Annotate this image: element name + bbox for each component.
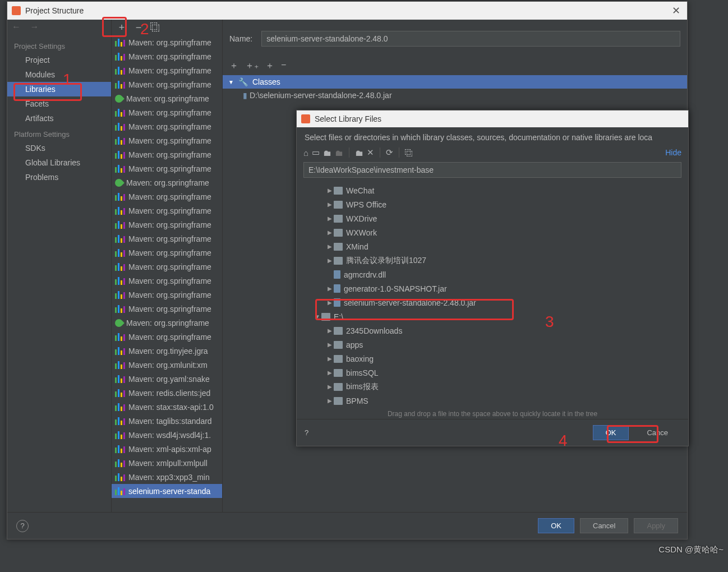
expand-icon[interactable]: ▶ [326,342,334,348]
ok-button[interactable]: OK [538,518,574,533]
library-item[interactable]: Maven: xpp3:xpp3_min [112,470,222,484]
library-item[interactable]: Maven: org.springframe [112,218,222,232]
expand-icon[interactable]: ▶ [326,356,334,362]
show-hidden-icon[interactable]: ⿻ [405,148,413,158]
library-item[interactable]: Maven: org.springframe [112,246,222,260]
tree-folder[interactable]: ▶WeChat [303,183,688,197]
tree-folder[interactable]: ▶apps [303,338,688,352]
remove-library-button[interactable]: − [133,22,144,34]
add-library-button[interactable]: + [116,22,127,34]
refresh-icon[interactable]: ⟳ [386,147,393,158]
library-item[interactable]: Maven: org.springframe [112,91,222,105]
expand-icon[interactable]: ▶ [326,370,334,376]
expand-icon[interactable]: ▶ [326,398,334,404]
back-arrow-icon[interactable]: ← [12,22,21,31]
path-input[interactable] [303,162,681,178]
library-item[interactable]: selenium-server-standa [112,484,222,498]
expand-icon[interactable]: ▶ [326,187,334,193]
module-icon[interactable]: 🖿 [335,148,343,158]
library-item[interactable]: Maven: org.springframe [112,35,222,49]
library-item[interactable]: Maven: org.springframe [112,176,222,190]
expand-icon[interactable]: ▶ [326,215,334,222]
library-item[interactable]: Maven: org.springframe [112,63,222,77]
expand-icon[interactable]: ▼ [314,313,321,320]
tree-folder[interactable]: ▶BPMS [303,394,688,407]
library-item[interactable]: Maven: xmlpull:xmlpull [112,456,222,470]
file-tree[interactable]: ▶WeChat▶WPS Office▶WXDrive▶WXWork▶XMind▶… [297,181,688,407]
tree-folder[interactable]: ▶WXDrive [303,211,688,225]
nav-item-global-libraries[interactable]: Global Libraries [7,155,111,170]
desktop-icon[interactable]: ▭ [312,147,320,158]
close-icon[interactable]: ✕ [669,4,683,17]
library-name-input[interactable] [261,31,680,47]
tree-folder[interactable]: ▶baoxing [303,352,688,366]
library-item[interactable]: Maven: org.springframe [112,204,222,218]
home-icon[interactable]: ⌂ [303,148,308,158]
expand-icon[interactable]: ▶ [326,229,334,236]
library-item[interactable]: Maven: org.springframe [112,49,222,63]
cancel-button[interactable]: Cancel [580,518,628,533]
library-item[interactable]: Maven: org.springframe [112,119,222,133]
file-ok-button[interactable]: OK [593,425,629,440]
copy-library-button[interactable]: ⿻ [150,22,161,34]
remove-entry-icon[interactable]: − [281,60,286,72]
add-docs-icon[interactable]: ＋ [265,60,274,72]
library-item[interactable]: Maven: org.xmlunit:xm [112,358,222,372]
tree-file[interactable]: ▶generator-1.0-SNAPSHOT.jar [303,282,688,296]
expand-icon[interactable]: ▶ [326,257,334,264]
add-sources-icon[interactable]: ＋₊ [245,60,259,72]
tree-folder[interactable]: ▶腾讯会议录制培训1027 [303,253,688,267]
library-item[interactable]: Maven: org.springframe [112,190,222,204]
expand-icon[interactable]: ▶ [326,299,334,306]
file-cancel-button[interactable]: Cance [634,426,680,440]
apply-button[interactable]: Apply [634,518,678,533]
nav-item-project[interactable]: Project [7,53,111,67]
classes-node[interactable]: ▼ 🔧 Classes [223,75,687,89]
library-item[interactable]: Maven: stax:stax-api:1.0 [112,400,222,414]
library-item[interactable]: Maven: org.springframe [112,162,222,176]
project-icon[interactable]: 🖿 [323,148,331,158]
forward-arrow-icon[interactable]: → [30,22,39,31]
library-item[interactable]: Maven: taglibs:standard [112,414,222,428]
tree-folder[interactable]: ▶XMind [303,239,688,253]
tree-file[interactable]: agmcrdrv.dll [303,267,688,282]
library-item[interactable]: Maven: xml-apis:xml-ap [112,442,222,456]
library-item[interactable]: Maven: org.springframe [112,316,222,330]
library-item[interactable]: Maven: org.springframe [112,232,222,246]
library-item[interactable]: Maven: org.springframe [112,77,222,91]
tree-file[interactable]: ▶selenium-server-standalone-2.48.0.jar [303,296,688,310]
nav-item-facets[interactable]: Facets [7,96,111,111]
expand-icon[interactable]: ▶ [326,327,334,334]
expand-icon[interactable]: ▶ [326,384,334,390]
library-item[interactable]: Maven: org.springframe [112,274,222,288]
library-item[interactable]: Maven: org.yaml:snake [112,372,222,386]
help-icon[interactable]: ? [305,428,308,437]
delete-icon[interactable]: ✕ [367,147,374,158]
tree-folder[interactable]: ▶WPS Office [303,197,688,211]
expand-icon[interactable]: ▶ [326,285,334,292]
tree-folder[interactable]: ▶WXWork [303,225,688,239]
nav-item-sdks[interactable]: SDKs [7,141,111,155]
add-classes-icon[interactable]: ＋ [229,60,238,72]
nav-item-modules[interactable]: Modules [7,67,111,82]
nav-item-artifacts[interactable]: Artifacts [7,111,111,126]
tree-folder[interactable]: ▶bims报表 [303,380,688,394]
library-list[interactable]: Maven: org.springframeMaven: org.springf… [112,35,222,498]
library-item[interactable]: Maven: org.springframe [112,260,222,274]
library-item[interactable]: Maven: org.springframe [112,147,222,162]
tree-folder[interactable]: ▶2345Downloads [303,324,688,338]
library-item[interactable]: Maven: org.tinyjee.jgra [112,344,222,358]
tree-folder[interactable]: ▶bimsSQL [303,366,688,380]
library-item[interactable]: Maven: redis.clients:jed [112,386,222,400]
library-item[interactable]: Maven: org.springframe [112,105,222,119]
library-item[interactable]: Maven: org.springframe [112,288,222,302]
help-icon[interactable]: ? [16,520,29,532]
library-item[interactable]: Maven: org.springframe [112,302,222,316]
library-item[interactable]: Maven: org.springframe [112,330,222,344]
library-item[interactable]: Maven: org.springframe [112,133,222,147]
class-entry[interactable]: ▮ D:\selenium-server-standalone-2.48.0.j… [223,89,687,102]
expand-icon[interactable]: ▶ [326,201,334,207]
hide-path-link[interactable]: Hide [665,148,681,157]
new-folder-icon[interactable]: 🖿 [355,148,363,158]
nav-item-problems[interactable]: Problems [7,170,111,184]
